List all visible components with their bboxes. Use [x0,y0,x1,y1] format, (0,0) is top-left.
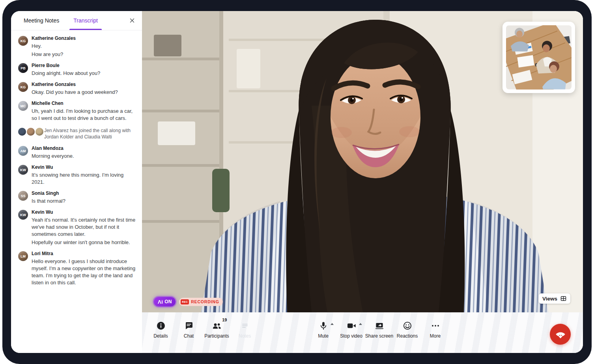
mute-button[interactable]: Mute [309,312,337,353]
participants-icon: 19 [212,321,222,331]
avatar: LM [18,251,28,261]
transcript-entry: MCMichelle ChenUh, yeah I did. I'm looki… [18,100,136,122]
reactions-icon [403,321,412,331]
speaker-name: Alan Mendoza [32,145,136,152]
toolbar-left-group: DetailsChat19ParticipantsNotes [147,312,259,353]
transcript-line: Okay. Did you have a good weekend? [32,89,136,96]
recording-badge: REC RECORDING [179,298,222,306]
stop-video-button[interactable]: Stop video [337,312,365,353]
transcript-line: It's snowing here this morning. I'm lovi… [32,172,136,186]
grid-view-icon [560,295,567,302]
toolbar-item-label: More [430,333,441,339]
panel-tabs: Meeting NotesTranscript [22,11,110,30]
notes-icon [240,321,250,331]
transcript-line: Hello everyone. I guess I should introdu… [32,258,136,286]
app-window: Λi ON REC RECORDING Views DetailsChat19P… [11,11,583,353]
avatar: AM [18,146,28,156]
transcript-entry: PBPierre BouleDoing alright. How about y… [18,62,136,77]
system-message: Jen Alvarez has joined the call along wi… [18,127,136,140]
avatar: KG [18,36,28,46]
video-badges: Λi ON REC RECORDING [154,297,223,306]
ai-logo: Λi [158,299,163,305]
pip-thumbnail[interactable] [502,22,575,93]
camera-icon [346,321,357,331]
toolbar-center-group: MuteStop videoShare screenReactionsMore [309,312,449,353]
ai-assistant-badge[interactable]: Λi ON [154,297,176,306]
speaker-name: Pierre Boule [32,62,136,69]
transcript-entry: LMLori MitraHello everyone. I guess I sh… [18,250,136,286]
chat-button[interactable]: Chat [175,312,203,353]
avatar [18,128,26,136]
transcript-line: Yeah it's normal. It's certainly not the… [32,217,136,238]
avatar: KW [18,165,28,175]
transcript-entry: KGKatherine GonzalesOkay. Did you have a… [18,81,136,96]
toolbar-item-label: Stop video [340,333,362,339]
speaker-name: Katherine Gonzales [32,81,136,88]
speaker-name: Lori Mitra [32,250,136,257]
transcript-line: Morning everyone. [32,153,136,160]
toolbar-item-label: Details [153,333,168,339]
avatar: KW [18,210,28,220]
avatar: KG [18,82,28,92]
toolbar-item-label: Reactions [397,333,418,339]
transcript-line: Hopefully our winter isn't gonna be horr… [32,239,136,246]
transcript-line: Is that normal? [32,198,136,205]
views-button[interactable]: Views [539,293,570,304]
transcript-list[interactable]: KGKatherine GonzalesHey.How are you?PBPi… [11,30,142,353]
leave-call-button[interactable] [550,324,571,345]
toolbar-item-label: Share screen [365,333,393,339]
tab-transcript[interactable]: Transcript [72,11,99,30]
speaker-name: Michelle Chen [32,100,136,107]
more-icon [431,321,440,331]
mic-icon [319,321,328,331]
panel-header: Meeting NotesTranscript [11,11,142,30]
avatar: PB [18,63,28,73]
main-video: Λi ON REC RECORDING Views [142,11,583,312]
close-icon[interactable] [127,16,137,26]
reactions-button[interactable]: Reactions [393,312,421,353]
transcript-entry: KGKatherine GonzalesHey.How are you? [18,35,136,58]
speaker-name: Sonia Singh [32,190,136,197]
share-screen-button[interactable]: Share screen [365,312,393,353]
recording-label: RECORDING [191,299,219,304]
tab-meeting-notes[interactable]: Meeting Notes [22,11,61,30]
toolbar-item-label: Participants [204,333,229,339]
transcript-line: How are you? [32,51,136,58]
more-button[interactable]: More [421,312,449,353]
ai-state-label: ON [164,299,172,304]
details-button[interactable]: Details [147,312,175,353]
joined-avatars [18,128,44,140]
transcript-line: Hey. [32,43,136,50]
avatar: SS [18,191,28,201]
participant-count-badge: 19 [222,317,227,322]
transcript-entry: AMAlan MendozaMorning everyone. [18,145,136,160]
system-message-text: Jen Alvarez has joined the call along wi… [44,127,136,140]
transcript-entry: SSSonia SinghIs that normal? [18,190,136,205]
call-toolbar: DetailsChat19ParticipantsNotes MuteStop … [142,312,583,353]
speaker-name: Katherine Gonzales [32,35,136,42]
chat-icon [184,321,194,331]
avatar: MC [18,101,28,111]
toolbar-item-label: Mute [318,333,329,339]
notes-button: Notes [231,312,259,353]
avatar [27,128,35,136]
speaker-name: Kevin Wu [32,209,136,216]
transcript-entry: KWKevin WuIt's snowing here this morning… [18,164,136,186]
participants-button[interactable]: 19Participants [203,312,231,353]
avatar [35,128,43,136]
chevron-up-icon[interactable] [331,323,334,325]
device-frame: Λi ON REC RECORDING Views DetailsChat19P… [2,0,592,364]
hang-up-icon [555,328,566,341]
transcript-entry: KWKevin WuYeah it's normal. It's certain… [18,209,136,246]
info-icon [156,321,166,331]
transcript-panel: Meeting NotesTranscript KGKatherine Gonz… [11,11,142,353]
toolbar-item-label: Notes [239,333,251,339]
transcript-line: Doing alright. How about you? [32,70,136,77]
speaker-name: Kevin Wu [32,164,136,171]
rec-icon: REC [181,299,189,304]
transcript-line: Uh, yeah I did. I'm looking to purchase … [32,108,136,122]
toolbar-item-label: Chat [184,333,194,339]
meeting-room-video [506,25,572,90]
chevron-up-icon[interactable] [359,323,362,325]
share-screen-icon [374,321,385,331]
